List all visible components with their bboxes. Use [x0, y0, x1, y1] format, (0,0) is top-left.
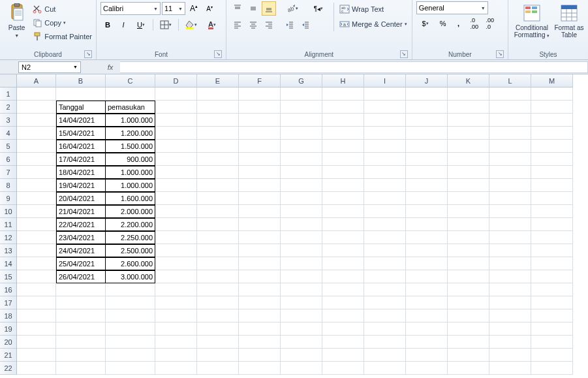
cell[interactable]: [17, 309, 56, 323]
cell[interactable]: [489, 166, 531, 179]
cell[interactable]: [155, 270, 197, 283]
column-header[interactable]: J: [406, 74, 448, 87]
font-launcher[interactable]: ↘: [214, 50, 222, 58]
cell[interactable]: [406, 205, 448, 218]
cell[interactable]: [239, 270, 281, 283]
cell[interactable]: [489, 101, 531, 114]
cell[interactable]: [322, 231, 364, 244]
cell[interactable]: [448, 179, 489, 192]
cell[interactable]: [106, 362, 155, 375]
cell[interactable]: [489, 87, 531, 101]
cell[interactable]: [322, 140, 364, 153]
row-header[interactable]: 13: [0, 244, 16, 257]
cell[interactable]: [17, 192, 56, 205]
row-header[interactable]: 20: [0, 336, 16, 349]
cell[interactable]: [56, 336, 106, 349]
cell[interactable]: [281, 205, 322, 218]
cell[interactable]: [239, 205, 281, 218]
cell[interactable]: [448, 244, 489, 257]
cell[interactable]: [531, 101, 573, 114]
cell[interactable]: [322, 323, 364, 336]
cell[interactable]: [322, 362, 364, 375]
row-header[interactable]: 17: [0, 296, 16, 309]
increase-decimal-button[interactable]: .0.00: [467, 16, 482, 31]
text-direction-button[interactable]: ¶◂▾: [309, 1, 328, 16]
cell[interactable]: [364, 87, 406, 101]
cell[interactable]: [406, 336, 448, 349]
cell[interactable]: [448, 114, 489, 127]
cell[interactable]: [56, 349, 106, 362]
cell[interactable]: [197, 114, 239, 127]
cell[interactable]: 23/04/2021: [56, 231, 106, 244]
cell[interactable]: [448, 270, 489, 283]
increase-indent-button[interactable]: [298, 18, 313, 32]
cell[interactable]: [239, 87, 281, 101]
cell[interactable]: [406, 244, 448, 257]
align-bottom-button[interactable]: [262, 1, 276, 16]
cell[interactable]: [197, 140, 239, 153]
cell[interactable]: [322, 205, 364, 218]
cell[interactable]: 1.000.000: [106, 179, 155, 192]
cell[interactable]: [406, 140, 448, 153]
column-header[interactable]: L: [489, 74, 531, 87]
cell[interactable]: [155, 114, 197, 127]
cell[interactable]: [197, 205, 239, 218]
cell[interactable]: [17, 127, 56, 140]
cell[interactable]: [17, 257, 56, 270]
cell[interactable]: [448, 296, 489, 309]
cell[interactable]: [197, 101, 239, 114]
cell[interactable]: [448, 192, 489, 205]
cell[interactable]: [17, 231, 56, 244]
paste-button[interactable]: Paste▼: [4, 1, 29, 39]
cell[interactable]: [239, 127, 281, 140]
cell[interactable]: [322, 296, 364, 309]
column-header[interactable]: B: [56, 74, 106, 87]
cell[interactable]: [322, 192, 364, 205]
cell[interactable]: [155, 192, 197, 205]
row-header[interactable]: 9: [0, 192, 16, 205]
cell[interactable]: [239, 153, 281, 166]
cell[interactable]: [364, 192, 406, 205]
cell[interactable]: [489, 231, 531, 244]
column-header[interactable]: M: [531, 74, 573, 87]
wrap-text-button[interactable]: abc Wrap Text: [339, 3, 407, 16]
cell[interactable]: [531, 127, 573, 140]
cell[interactable]: [448, 231, 489, 244]
cell[interactable]: 25/04/2021: [56, 257, 106, 270]
cell[interactable]: [239, 323, 281, 336]
cell[interactable]: [281, 323, 322, 336]
cell[interactable]: [106, 349, 155, 362]
cell[interactable]: [239, 296, 281, 309]
row-header[interactable]: 8: [0, 179, 16, 192]
cell[interactable]: [364, 349, 406, 362]
cell[interactable]: [281, 257, 322, 270]
cell[interactable]: [239, 362, 281, 375]
cell[interactable]: 20/04/2021: [56, 192, 106, 205]
cell[interactable]: [56, 362, 106, 375]
fx-button[interactable]: fx: [103, 63, 117, 71]
cell[interactable]: [364, 362, 406, 375]
cell[interactable]: [155, 127, 197, 140]
cell[interactable]: [155, 323, 197, 336]
cell[interactable]: [197, 323, 239, 336]
cell[interactable]: [531, 309, 573, 323]
cell[interactable]: [155, 218, 197, 231]
cell[interactable]: [364, 296, 406, 309]
cell[interactable]: [448, 127, 489, 140]
column-header[interactable]: I: [364, 74, 406, 87]
cell[interactable]: 3.000.000: [106, 270, 155, 283]
cell[interactable]: [17, 270, 56, 283]
cell[interactable]: [197, 192, 239, 205]
row-header[interactable]: 5: [0, 140, 16, 153]
cell[interactable]: [155, 283, 197, 296]
cell[interactable]: 2.200.000: [106, 218, 155, 231]
cell[interactable]: [17, 362, 56, 375]
cell[interactable]: [364, 270, 406, 283]
cell[interactable]: [155, 87, 197, 101]
cell[interactable]: [364, 218, 406, 231]
cell[interactable]: [448, 153, 489, 166]
cell[interactable]: [197, 349, 239, 362]
cell[interactable]: [322, 179, 364, 192]
cell[interactable]: [489, 323, 531, 336]
cell[interactable]: [406, 218, 448, 231]
